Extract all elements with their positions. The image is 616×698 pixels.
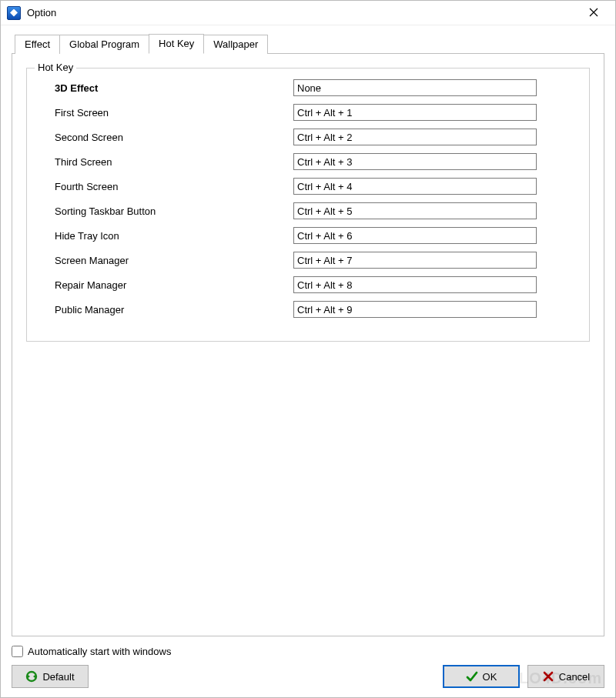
check-icon	[466, 670, 478, 683]
default-button[interactable]: Default	[12, 665, 89, 688]
hotkey-input[interactable]	[293, 227, 537, 244]
x-icon	[542, 670, 554, 683]
cancel-button-label: Cancel	[559, 671, 590, 683]
ok-button-label: OK	[483, 671, 497, 683]
hotkey-row: Repair Manager	[39, 276, 577, 293]
hotkey-label: 3D Effect	[39, 82, 293, 94]
window-title: Option	[27, 7, 578, 18]
hotkey-row: 3D Effect	[39, 79, 577, 96]
hotkey-label: Repair Manager	[39, 279, 293, 291]
tab-panel-hot-key: Hot Key 3D EffectFirst ScreenSecond Scre…	[12, 53, 604, 636]
hotkey-input[interactable]	[293, 129, 537, 145]
button-row: Default OK	[12, 665, 604, 688]
close-icon	[589, 7, 598, 19]
hotkey-input[interactable]	[293, 178, 537, 195]
option-window: Option Effect Global Program Hot Key Wal…	[0, 0, 616, 698]
hotkey-row: Sorting Taskbar Button	[39, 202, 577, 219]
app-icon	[7, 6, 21, 20]
hotkey-label: Hide Tray Icon	[39, 230, 293, 242]
hotkey-input[interactable]	[293, 202, 537, 219]
hotkey-row: First Screen	[39, 104, 577, 121]
hot-key-groupbox: Hot Key 3D EffectFirst ScreenSecond Scre…	[26, 68, 590, 342]
tab-hot-key[interactable]: Hot Key	[149, 34, 204, 54]
bottom-area: Automatically start with windows Default	[12, 636, 604, 688]
titlebar: Option	[1, 1, 615, 25]
hotkey-label: Fourth Screen	[39, 181, 293, 192]
hotkey-input[interactable]	[293, 276, 537, 293]
cancel-button[interactable]: Cancel	[527, 665, 604, 688]
svg-marker-0	[33, 674, 36, 679]
hotkey-label: Public Manager	[39, 304, 293, 316]
groupbox-legend: Hot Key	[35, 62, 76, 73]
autostart-checkbox[interactable]	[12, 646, 23, 657]
content-area: Effect Global Program Hot Key Wallpaper …	[1, 25, 615, 697]
hotkey-row: Third Screen	[39, 153, 577, 170]
hotkey-input[interactable]	[293, 153, 537, 170]
default-button-label: Default	[42, 671, 74, 683]
close-button[interactable]	[578, 2, 609, 24]
hotkey-label: First Screen	[39, 107, 293, 119]
hotkey-label: Sorting Taskbar Button	[39, 205, 293, 217]
ok-button[interactable]: OK	[443, 665, 520, 688]
svg-marker-1	[27, 674, 30, 679]
hotkey-row: Screen Manager	[39, 252, 577, 269]
hotkey-label: Third Screen	[39, 156, 293, 168]
hotkey-input[interactable]	[293, 252, 537, 269]
tab-effect[interactable]: Effect	[15, 35, 60, 54]
hotkey-label: Second Screen	[39, 132, 293, 143]
autostart-row[interactable]: Automatically start with windows	[12, 646, 604, 657]
tab-wallpaper[interactable]: Wallpaper	[203, 35, 268, 54]
hotkey-row: Public Manager	[39, 301, 577, 318]
hotkey-row: Fourth Screen	[39, 178, 577, 195]
hotkey-label: Screen Manager	[39, 255, 293, 266]
hotkey-row: Second Screen	[39, 129, 577, 145]
autostart-label: Automatically start with windows	[28, 646, 171, 657]
refresh-icon	[25, 670, 38, 683]
hotkey-input[interactable]	[293, 104, 537, 121]
hotkey-input[interactable]	[293, 79, 537, 96]
hotkey-row: Hide Tray Icon	[39, 227, 577, 244]
hotkey-input[interactable]	[293, 301, 537, 318]
tab-strip: Effect Global Program Hot Key Wallpaper	[15, 33, 604, 53]
tab-global-program[interactable]: Global Program	[59, 35, 149, 54]
